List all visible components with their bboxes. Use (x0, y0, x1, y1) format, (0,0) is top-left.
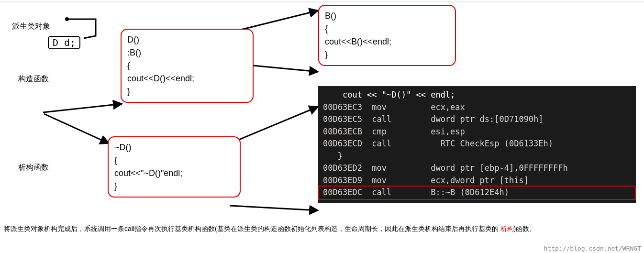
asm-row: 00D63EC3 mov ecx,eax (323, 101, 631, 114)
box-declaration: D d; (48, 36, 80, 49)
disassembly-panel: cout << "~D()" << endl; 00D63EC3 mov ecx… (318, 86, 636, 203)
box-d-destructor: ~D() { cout<<"~D()"endl; } (108, 136, 241, 198)
code-line: { (325, 22, 449, 35)
code-line: D() (127, 33, 247, 46)
label-constructor: 构造函数 (18, 74, 49, 84)
code-line: cout<<D()<<endl; (127, 72, 247, 85)
caption-part2: )函数。 (514, 225, 536, 232)
code-line: cout<<B()<<endl; (325, 35, 449, 48)
code-line: } (127, 85, 247, 98)
watermark: http://blog.csdn.net/WRNGT (544, 245, 642, 252)
label-destructor: 析构函数 (18, 163, 49, 173)
code-line: { (127, 59, 247, 72)
code-line: :B() (127, 46, 247, 59)
label-derived-object: 派生类对象 (12, 22, 50, 32)
asm-source-brace: } (323, 150, 631, 163)
asm-row: 00D63EC5 call dword ptr ds:[0D71090h] (323, 113, 631, 126)
svg-line-3 (43, 104, 122, 112)
box-d-constructor: D() :B() { cout<<D()<<endl; } (121, 29, 254, 103)
asm-row: 00D63ED2 mov dword ptr [ebp-4],0FFFFFFFF… (323, 162, 631, 175)
asm-source-line: cout << "~D()" << endl; (323, 89, 631, 101)
code-line: } (325, 48, 449, 61)
asm-row: 00D63ECD call __RTC_CheckEsp (0D6133Eh) (323, 138, 631, 150)
code-line: B() (325, 10, 449, 22)
code-line: cout<<"~D()"endl; (114, 167, 234, 180)
code-line: { (114, 154, 234, 167)
caption-text: 将派生类对象析构完成后，系统调用一条call指令再次执行基类析构函数(基类在派生… (4, 225, 536, 233)
code-line: ~D() (114, 141, 234, 154)
diagram-canvas: 派生类对象 构造函数 析构函数 D d; D() :B() { cout<<D(… (0, 0, 644, 253)
caption-red: 析构 (500, 225, 514, 232)
asm-row: 00D63ED9 mov ecx,dword ptr [this] (323, 175, 631, 187)
asm-row: 00D63ECB cmp esi,esp (323, 126, 631, 138)
caption-part1: 将派生类对象析构完成后，系统调用一条call指令再次执行基类析构函数(基类在派生… (4, 225, 500, 232)
svg-line-4 (44, 114, 109, 143)
asm-row-highlighted: 00D63EDC call B::~B (0D612E4h) (318, 186, 636, 200)
svg-line-5 (230, 107, 318, 143)
code-line: } (114, 180, 234, 193)
box-b-constructor: B() { cout<<B()<<endl; } (318, 5, 456, 66)
svg-line-6 (230, 206, 318, 210)
svg-point-0 (65, 17, 69, 21)
